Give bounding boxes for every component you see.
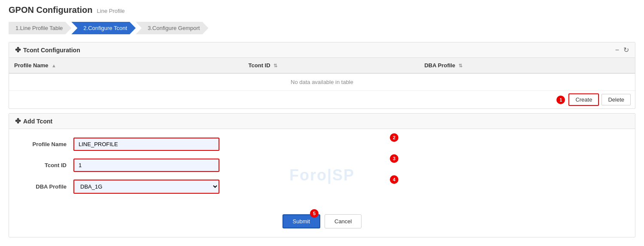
page-title: GPON Configuration [9, 5, 93, 15]
add-tcont-panel-header: ✤ Add Tcont [9, 114, 635, 129]
step-2-label[interactable]: 2.Configure Tcont [71, 22, 136, 34]
tcont-table: Profile Name ▲ Tcont ID ⇅ DBA Profile ⇅ … [9, 58, 635, 91]
form-buttons: 5 Submit Cancel [9, 214, 635, 237]
add-tcont-panel: ✤ Add Tcont Foro|SP Profile Name 2 Tcont… [9, 113, 635, 237]
delete-button[interactable]: Delete [601, 94, 631, 105]
add-tcont-title-text: Add Tcont [23, 118, 52, 125]
page-header: GPON Configuration Line Profile [0, 0, 644, 18]
puzzle-icon: ✤ [15, 46, 21, 54]
step-3-label[interactable]: 3.Configure Gemport [136, 22, 208, 34]
badge-4: 4 [390, 175, 398, 184]
step-3[interactable]: 3.Configure Gemport [136, 22, 208, 34]
minimize-button[interactable]: − [615, 47, 619, 54]
sort-icon-profile: ▲ [52, 63, 56, 68]
step-2[interactable]: 2.Configure Tcont [71, 22, 136, 34]
profile-name-label: Profile Name [22, 141, 73, 147]
cancel-button[interactable]: Cancel [325, 214, 361, 228]
panel-controls: − ↻ [615, 47, 629, 54]
tcont-id-input[interactable] [73, 159, 219, 172]
dba-profile-label: DBA Profile [22, 183, 73, 190]
profile-name-input[interactable] [73, 138, 219, 151]
sort-icon-dba: ⇅ [459, 63, 462, 68]
col-profile-name: Profile Name ▲ [9, 58, 243, 73]
badge-5: 5 [310, 209, 319, 218]
refresh-button[interactable]: ↻ [623, 47, 629, 54]
sort-icon-tcont: ⇅ [273, 63, 277, 68]
no-data-row: No data available in table [9, 73, 635, 91]
tcont-panel-title: ✤ Tcont Configuration [15, 46, 80, 54]
tcont-panel: ✤ Tcont Configuration − ↻ Profile Name ▲… [9, 42, 635, 109]
form-row-profile-name: Profile Name 2 [22, 138, 622, 151]
badge-3: 3 [390, 154, 398, 163]
step-1[interactable]: 1.Line Profile Table [9, 22, 71, 34]
table-actions: 1 Create Delete [9, 91, 635, 108]
table-container: Profile Name ▲ Tcont ID ⇅ DBA Profile ⇅ … [9, 58, 635, 91]
form-row-tcont-id: Tcont ID 3 [22, 159, 622, 172]
form-body: Profile Name 2 Tcont ID 3 DBA Profile DB… [9, 129, 635, 210]
create-button[interactable]: Create [568, 93, 599, 106]
dba-profile-select[interactable]: DBA_1G DBA_2G DBA_5G [73, 180, 219, 194]
col-tcont-id: Tcont ID ⇅ [243, 58, 419, 73]
badge-1: 1 [556, 96, 565, 104]
tcont-id-label: Tcont ID [22, 162, 73, 168]
form-row-dba-profile: DBA Profile DBA_1G DBA_2G DBA_5G 4 [22, 180, 622, 194]
tcont-panel-title-text: Tcont Configuration [23, 47, 80, 54]
tcont-panel-header: ✤ Tcont Configuration − ↻ [9, 42, 635, 58]
puzzle-icon-2: ✤ [15, 117, 21, 125]
page-subtitle: Line Profile [97, 8, 125, 14]
badge-2: 2 [390, 133, 398, 142]
step-1-label[interactable]: 1.Line Profile Table [9, 22, 71, 34]
col-dba-profile: DBA Profile ⇅ [419, 58, 635, 73]
steps-bar: 1.Line Profile Table 2.Configure Tcont 3… [0, 18, 644, 38]
